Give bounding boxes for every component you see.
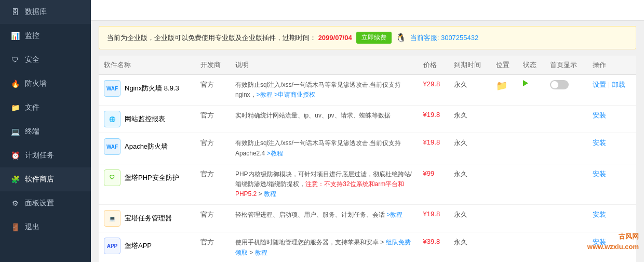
sidebar-item-settings[interactable]: ⚙ 面板设置 (0, 191, 91, 215)
desc-link[interactable]: >教程 (257, 91, 273, 98)
desc-cell: 有效防止sql注入/xss/一句话木马等常见渗透攻击,当前仅支持nginx，>教… (230, 75, 418, 106)
homepage-cell (545, 133, 587, 164)
actions-cell: 安装 (587, 232, 636, 262)
expire-cell: 永久 (449, 106, 491, 133)
col-header-vendor: 开发商 (195, 56, 230, 75)
vendor-cell: 官方 (195, 106, 230, 133)
plugin-title: 宝塔任务管理器 (125, 214, 172, 223)
status-cell (518, 106, 545, 133)
price-cell: ¥99 (418, 164, 449, 205)
sidebar-item-database[interactable]: 🗄 数据库 (0, 0, 91, 24)
plugin-logo: 💻 (104, 210, 120, 227)
uninstall-button[interactable]: 卸载 (612, 80, 625, 89)
sidebar-item-label: 终端 (25, 127, 39, 136)
desc-cell: 实时精确统计网站流量、ip、uv、pv、请求、蜘蛛等数据 (230, 106, 418, 133)
settings-icon: ⚙ (10, 199, 20, 208)
settings-button[interactable]: 设置 (593, 80, 606, 89)
actions-cell: 设置|卸载 (587, 75, 636, 106)
actions-cell: 安装 (587, 133, 636, 164)
store-icon: 🧩 (10, 175, 20, 184)
actions-cell: 安装 (587, 164, 636, 205)
plugin-title: Apache防火墙 (125, 142, 168, 151)
topbar (91, 0, 644, 21)
expire-cell: 永久 (449, 164, 491, 205)
vendor-cell: 官方 (195, 205, 230, 232)
sidebar: 🗄 数据库 📊 监控 🛡 安全 🔥 防火墙 📁 文件 💻 终端 ⏰ 计划任务 🧩… (0, 0, 91, 262)
install-button[interactable]: 安装 (593, 169, 606, 179)
plugin-title: 网站监控报表 (125, 114, 165, 124)
plugin-logo: WAF (104, 80, 120, 97)
sidebar-item-label: 监控 (25, 31, 39, 41)
location-cell (491, 133, 518, 164)
sidebar-item-monitor[interactable]: 📊 监控 (0, 24, 91, 48)
monitor-icon: 📊 (10, 31, 20, 41)
homepage-cell (545, 205, 587, 232)
expire-cell: 永久 (449, 232, 491, 262)
sidebar-item-logout[interactable]: 🚪 退出 (0, 215, 91, 239)
vendor-cell: 官方 (195, 232, 230, 262)
location-cell (491, 106, 518, 133)
actions-cell: 安装 (587, 106, 636, 133)
desc-link[interactable]: 教程 (255, 249, 267, 256)
sidebar-item-label: 退出 (25, 222, 39, 232)
expire-cell: 永久 (449, 205, 491, 232)
cron-icon: ⏰ (10, 151, 20, 160)
table-row: 🛡 堡塔PHP安全防护 官方PHP内核级防御模块，可针对项目进行底层过滤，彻底杜… (99, 164, 636, 205)
files-icon: 📁 (10, 103, 20, 112)
database-icon: 🗄 (10, 7, 20, 17)
install-button[interactable]: 安装 (593, 210, 606, 219)
sidebar-item-store[interactable]: 🧩 软件商店 (0, 167, 91, 191)
sidebar-item-terminal[interactable]: 💻 终端 (0, 120, 91, 143)
plugin-logo: 🛡 (104, 169, 120, 186)
price-cell: ¥19.8 (418, 106, 449, 133)
install-button[interactable]: 安装 (593, 138, 606, 148)
vendor-cell: 官方 (195, 164, 230, 205)
sidebar-item-security[interactable]: 🛡 安全 (0, 48, 91, 72)
notice-bar: 当前为企业版，企业版可以免费使用专业版及企业版插件，过期时间： 2099/07/… (99, 26, 636, 49)
install-button[interactable]: 安装 (593, 238, 606, 247)
homepage-toggle[interactable] (550, 80, 569, 89)
install-button[interactable]: 安装 (593, 111, 606, 120)
folder-icon[interactable]: 📁 (496, 81, 507, 91)
renew-button[interactable]: 立即续费 (356, 32, 392, 44)
desc-link[interactable]: >教程 (386, 211, 403, 218)
customer-service-link[interactable]: 当前客服: 3007255432 (410, 33, 479, 43)
plugin-name-cell: 💻 宝塔任务管理器 (104, 210, 190, 227)
table-row: 🌐 网站监控报表 官方实时精确统计网站流量、ip、uv、pv、请求、蜘蛛等数据¥… (99, 106, 636, 133)
location-cell: 📁 (491, 75, 518, 106)
status-cell (518, 205, 545, 232)
col-header-location: 位置 (491, 56, 518, 75)
expire-cell: 永久 (449, 75, 491, 106)
table-header-row: 软件名称 开发商 说明 价格 到期时间 位置 状态 首页显示 操作 (99, 56, 636, 75)
sidebar-item-cron[interactable]: ⏰ 计划任务 (0, 143, 91, 167)
commercial-link[interactable]: >申请商业授权 (274, 91, 315, 98)
play-icon[interactable] (523, 80, 528, 86)
status-cell (518, 164, 545, 205)
firewall-icon: 🔥 (10, 79, 20, 88)
col-header-homepage: 首页显示 (545, 56, 587, 75)
desc-link[interactable]: 教程 (264, 190, 276, 198)
content-area: 当前为企业版，企业版可以免费使用专业版及企业版插件，过期时间： 2099/07/… (91, 21, 644, 262)
customer-icon: 🐧 (396, 33, 406, 43)
table-row: WAF Nginx防火墙 8.9.3 官方有效防止sql注入/xss/一句话木马… (99, 75, 636, 106)
desc-cell: 有效防止sql注入/xss/一句话木马等常见渗透攻击,当前仅支持Apache2.… (230, 133, 418, 164)
action-divider: | (608, 81, 610, 88)
col-header-name: 软件名称 (99, 56, 195, 75)
sidebar-item-files[interactable]: 📁 文件 (0, 96, 91, 120)
notice-text: 当前为企业版，企业版可以免费使用专业版及企业版插件，过期时间： 2099/07/… (107, 33, 352, 43)
table-row: WAF Apache防火墙 官方有效防止sql注入/xss/一句话木马等常见渗透… (99, 133, 636, 164)
plugin-name-cell: 🛡 堡塔PHP安全防护 (104, 169, 190, 186)
sidebar-item-label: 软件商店 (25, 175, 54, 184)
homepage-cell (545, 106, 587, 133)
plugin-title: 堡塔PHP安全防护 (125, 173, 179, 182)
table-row: APP 堡塔APP 官方使用手机随时随地管理您的服务器，支持苹果和安卓 > 组队… (99, 232, 636, 262)
plugin-name-cell: APP 堡塔APP (104, 238, 190, 254)
table-row: 💻 宝塔任务管理器 官方轻松管理进程、启动项、用户、服务、计划任务、会话 >教程… (99, 205, 636, 232)
plugin-name-cell: WAF Nginx防火墙 8.9.3 (104, 80, 190, 97)
location-cell (491, 205, 518, 232)
sidebar-item-label: 安全 (25, 55, 39, 64)
sidebar-item-firewall[interactable]: 🔥 防火墙 (0, 72, 91, 96)
desc-link[interactable]: >教程 (267, 150, 283, 157)
expire-cell: 永久 (449, 133, 491, 164)
plugin-table: 软件名称 开发商 说明 价格 到期时间 位置 状态 首页显示 操作 WAF Ng… (99, 56, 636, 262)
